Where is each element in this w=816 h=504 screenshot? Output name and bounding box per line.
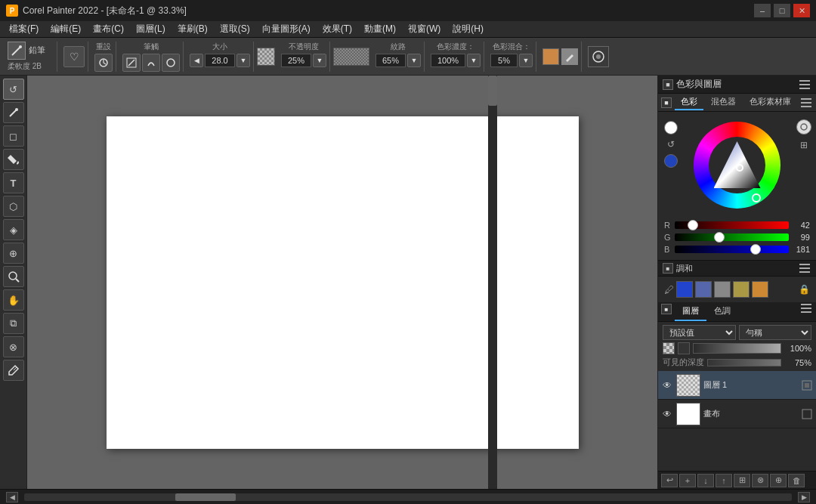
shape-icon[interactable]	[588, 46, 609, 67]
b-slider[interactable]	[675, 246, 789, 253]
color-tab-menu[interactable]	[801, 97, 813, 109]
blend-swatch-4[interactable]	[733, 281, 750, 298]
canvas[interactable]	[107, 116, 579, 449]
menu-window[interactable]: 視窗(W)	[402, 21, 447, 37]
size-input[interactable]	[205, 54, 235, 67]
layer-merge-btn[interactable]: ⊕	[770, 474, 787, 487]
layer-preset-select[interactable]: 預設值	[663, 325, 736, 340]
layer-group-btn[interactable]: ⊞	[734, 474, 750, 487]
color-wheel-area[interactable]: ↺ ⊞	[658, 112, 816, 218]
stroke-type-2[interactable]	[142, 54, 160, 72]
layer-1-visibility[interactable]: 👁	[661, 379, 673, 391]
b-thumb[interactable]	[750, 244, 761, 255]
menu-layer[interactable]: 圖層(L)	[130, 21, 172, 37]
layer-method-select[interactable]: 勻稱	[739, 325, 812, 340]
r-slider[interactable]	[675, 221, 789, 229]
scrollbar-horizontal[interactable]	[24, 493, 792, 501]
layer-row-1[interactable]: 👁 圖層 1	[658, 371, 816, 400]
primary-color-swatch[interactable]	[664, 154, 678, 168]
tool-crop[interactable]: ⧉	[3, 313, 24, 334]
color-mix-dropdown[interactable]: ▼	[519, 54, 533, 67]
layer-move-down-btn[interactable]: ↓	[697, 474, 714, 487]
texture-dropdown[interactable]: ▼	[407, 54, 421, 67]
scrollbar-vertical[interactable]	[488, 76, 497, 489]
g-thumb[interactable]	[714, 232, 725, 243]
panel-close-box[interactable]: ■	[663, 79, 673, 90]
swap-colors-button[interactable]: ↺	[664, 138, 678, 151]
layer-back-btn[interactable]: ↩	[661, 474, 678, 487]
texture-input[interactable]	[376, 54, 406, 67]
menu-animate[interactable]: 動畫(M)	[358, 21, 402, 37]
tool-hand[interactable]: ✋	[3, 289, 24, 311]
layer-move-up-btn[interactable]: ↑	[716, 474, 732, 487]
size-decrease[interactable]: ◀	[190, 54, 203, 67]
opacity-bar[interactable]	[693, 343, 781, 354]
blend-menu-button[interactable]	[799, 262, 811, 274]
blend-eyedropper[interactable]: 🖊	[664, 284, 674, 295]
media-swatch-1[interactable]	[542, 48, 559, 65]
minimize-button[interactable]: –	[754, 4, 771, 17]
opacity-dropdown[interactable]: ▼	[313, 54, 326, 67]
menu-help[interactable]: 說明(H)	[447, 21, 490, 37]
menu-select[interactable]: 選取(S)	[214, 21, 256, 37]
layers-menu-button[interactable]	[801, 302, 813, 314]
color-cursor[interactable]	[736, 164, 743, 172]
opacity-input[interactable]	[281, 54, 311, 67]
menu-effect[interactable]: 效果(T)	[317, 21, 358, 37]
tool-rotate[interactable]: ↺	[3, 79, 24, 100]
blend-swatch-3[interactable]	[714, 281, 731, 298]
tool-shape[interactable]: ⬡	[3, 196, 24, 217]
size-dropdown[interactable]: ▼	[236, 54, 250, 67]
blend-swatch-1[interactable]	[676, 281, 693, 298]
color-wheel[interactable]	[694, 122, 780, 209]
layer-add-btn[interactable]: +	[679, 474, 696, 487]
blend-lock-icon[interactable]: 🔒	[799, 284, 810, 295]
scrollbar-v-thumb[interactable]	[488, 76, 497, 106]
menu-edit[interactable]: 編輯(E)	[45, 21, 87, 37]
tool-brush[interactable]	[3, 102, 24, 123]
color-tab-close[interactable]: ■	[661, 97, 672, 108]
tab-mixer[interactable]: 混色器	[705, 94, 742, 110]
panel-menu-button[interactable]	[799, 79, 811, 91]
color-tool-2[interactable]: ⊞	[796, 138, 811, 153]
close-button[interactable]: ✕	[793, 4, 810, 17]
tool-select[interactable]: ◈	[3, 219, 24, 240]
tool-zoom[interactable]	[3, 266, 24, 287]
layers-close-box[interactable]: ■	[661, 304, 672, 314]
favorite-button[interactable]: ♡	[63, 46, 85, 67]
tool-dropper[interactable]	[3, 360, 24, 381]
menu-brush[interactable]: 筆刷(B)	[172, 21, 214, 37]
wheel-hue-cursor[interactable]	[752, 193, 761, 203]
stroke-type-3[interactable]	[162, 54, 180, 72]
reset-button[interactable]	[94, 54, 113, 72]
maximize-button[interactable]: □	[774, 4, 790, 17]
tool-transform[interactable]: ⊕	[3, 243, 24, 264]
color-tool-1[interactable]	[796, 119, 811, 135]
tab-channels[interactable]: 色調	[706, 302, 738, 321]
color-conc-dropdown[interactable]: ▼	[467, 54, 481, 67]
layer-delete-btn[interactable]: 🗑	[788, 474, 805, 487]
layer-row-canvas[interactable]: 👁 畫布	[658, 400, 816, 428]
media-edit-icon[interactable]	[561, 48, 578, 65]
scrollbar-h-thumb[interactable]	[175, 493, 236, 501]
color-mix-input[interactable]	[490, 54, 518, 67]
menu-vector[interactable]: 向量圖形(A)	[256, 21, 317, 37]
tool-eraser[interactable]: ◻	[3, 125, 24, 147]
blend-close-box[interactable]: ■	[663, 263, 673, 274]
layer-copy-btn[interactable]: ⊗	[752, 474, 768, 487]
tab-library[interactable]: 色彩素材庫	[743, 94, 797, 110]
tool-text[interactable]: T	[3, 172, 24, 193]
tab-layers[interactable]: 圖層	[675, 302, 706, 321]
blend-swatch-2[interactable]	[695, 281, 712, 298]
tab-color[interactable]: 色彩	[675, 94, 703, 110]
color-conc-input[interactable]	[431, 54, 465, 67]
blend-swatch-5[interactable]	[752, 281, 768, 298]
canvas-area[interactable]	[27, 76, 657, 489]
g-slider[interactable]	[675, 233, 789, 241]
r-thumb[interactable]	[688, 220, 698, 230]
canvas-visibility[interactable]: 👁	[661, 408, 673, 420]
tool-fill[interactable]	[3, 149, 24, 170]
scroll-right-btn[interactable]: ▶	[798, 492, 810, 502]
tool-clone[interactable]: ⊗	[3, 336, 24, 357]
menu-canvas[interactable]: 畫布(C)	[87, 21, 130, 37]
